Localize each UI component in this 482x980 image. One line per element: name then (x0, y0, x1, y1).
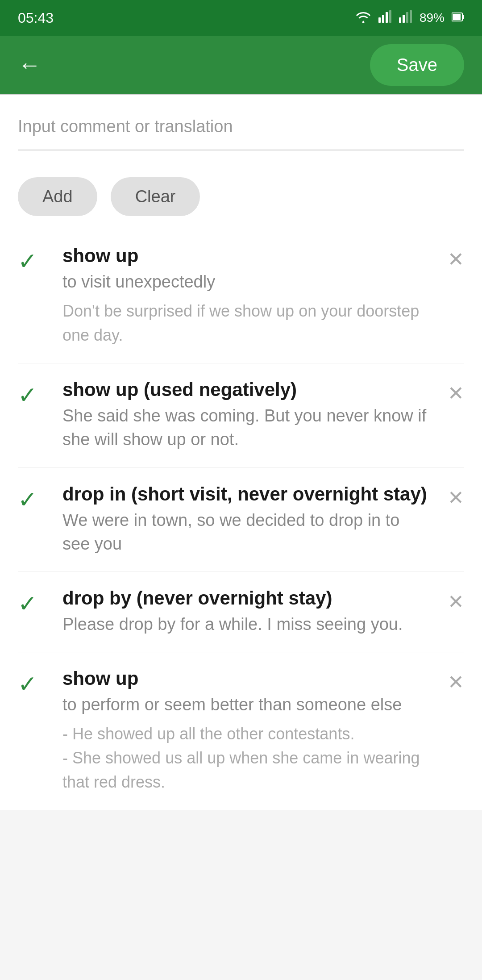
entry-content: drop by (never overnight stay)Please dro… (54, 588, 437, 636)
svg-rect-10 (453, 14, 461, 20)
check-icon: ✓ (18, 590, 54, 617)
entry-subtitle: We were in town, so we decided to drop i… (62, 509, 428, 556)
entry-subtitle: to perform or seem better than someone e… (62, 693, 428, 717)
entry-subtitle: She said she was coming. But you never k… (62, 404, 428, 451)
list-item: ✓drop by (never overnight stay)Please dr… (18, 572, 464, 652)
battery-display: 89% (420, 11, 445, 25)
signal-icon (378, 10, 392, 26)
add-button[interactable]: Add (18, 177, 97, 216)
clear-button[interactable]: Clear (111, 177, 200, 216)
svg-rect-3 (389, 10, 391, 23)
svg-rect-4 (399, 17, 401, 23)
remove-entry-button[interactable]: ✕ (437, 382, 464, 405)
check-icon: ✓ (18, 486, 54, 513)
entry-title: show up (62, 245, 428, 267)
list-item: ✓show up (used negatively)She said she w… (18, 363, 464, 467)
list-item: ✓drop in (short visit, never overnight s… (18, 468, 464, 572)
status-time: 05:43 (18, 10, 54, 26)
signal-icon-2 (399, 10, 412, 26)
status-bar: 05:43 89% (0, 0, 482, 36)
entry-title: show up (62, 668, 428, 689)
svg-rect-2 (386, 12, 388, 23)
status-icons: 89% (355, 10, 464, 26)
entry-title: show up (used negatively) (62, 379, 428, 400)
list-item: ✓show upto perform or seem better than s… (18, 652, 464, 810)
input-section: Input comment or translation (0, 95, 482, 159)
entry-content: drop in (short visit, never overnight st… (54, 484, 437, 556)
remove-entry-button[interactable]: ✕ (437, 590, 464, 613)
check-icon: ✓ (18, 382, 54, 409)
save-button[interactable]: Save (370, 44, 464, 86)
svg-rect-7 (410, 10, 412, 23)
entry-content: show upto perform or seem better than so… (54, 668, 437, 794)
remove-entry-button[interactable]: ✕ (437, 248, 464, 271)
entry-content: show upto visit unexpectedlyDon't be sur… (54, 245, 437, 347)
entry-content: show up (used negatively)She said she wa… (54, 379, 437, 451)
entry-subtitle: to visit unexpectedly (62, 270, 428, 294)
action-buttons: Add Clear (0, 159, 482, 229)
svg-rect-9 (462, 15, 464, 19)
input-divider (18, 150, 464, 150)
svg-rect-0 (378, 17, 381, 23)
remove-entry-button[interactable]: ✕ (437, 486, 464, 509)
entry-example: Don't be surprised if we show up on your… (62, 299, 428, 347)
svg-rect-5 (403, 15, 405, 23)
list-item: ✓show upto visit unexpectedlyDon't be su… (18, 229, 464, 363)
check-icon: ✓ (18, 248, 54, 275)
svg-rect-6 (406, 12, 408, 23)
input-placeholder[interactable]: Input comment or translation (18, 113, 464, 150)
entry-title: drop in (short visit, never overnight st… (62, 484, 428, 505)
entry-example: - He showed up all the other contestants… (62, 722, 428, 794)
check-icon: ✓ (18, 671, 54, 697)
entry-subtitle: Please drop by for a while. I miss seein… (62, 613, 428, 636)
battery-icon (452, 11, 464, 25)
svg-rect-1 (382, 15, 384, 23)
toolbar: ← Save (0, 36, 482, 94)
remove-entry-button[interactable]: ✕ (437, 671, 464, 693)
wifi-icon (355, 10, 371, 26)
time-display: 05:43 (18, 10, 54, 26)
entries-list: ✓show upto visit unexpectedlyDon't be su… (0, 229, 482, 810)
back-button[interactable]: ← (18, 51, 41, 78)
entry-title: drop by (never overnight stay) (62, 588, 428, 609)
